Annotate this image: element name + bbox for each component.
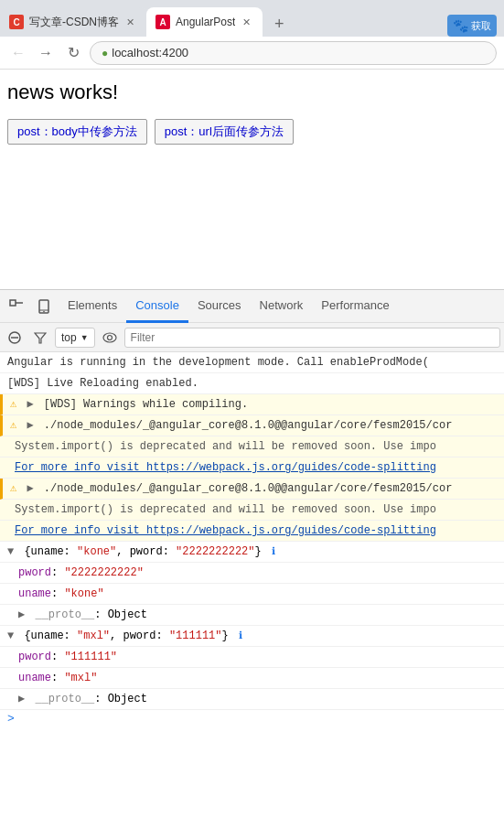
devtools-panel: Elements Console Sources Network Perform… bbox=[0, 289, 504, 727]
warning-icon-2: ⚠ bbox=[10, 419, 16, 432]
obj1-uname-line: uname: "kone" bbox=[0, 584, 504, 605]
console-warn-link-2[interactable]: For more info visit https://webpack.js.o… bbox=[0, 521, 504, 542]
page-title: news works! bbox=[7, 81, 497, 104]
inspect-element-icon[interactable] bbox=[4, 294, 29, 319]
svg-rect-0 bbox=[10, 300, 16, 306]
eye-button[interactable] bbox=[99, 327, 121, 349]
svg-point-8 bbox=[103, 333, 116, 342]
console-line-2: [WDS] Live Reloading enabled. bbox=[0, 373, 504, 394]
expand-arrow-3[interactable]: ▶ bbox=[27, 482, 33, 495]
tab-angular-title: AngularPost bbox=[176, 16, 235, 28]
console-warn-link-1[interactable]: For more info visit https://webpack.js.o… bbox=[0, 457, 504, 479]
tab-elements[interactable]: Elements bbox=[59, 290, 126, 323]
console-output: Angular is running in the development mo… bbox=[0, 352, 504, 727]
clear-console-button[interactable] bbox=[4, 327, 26, 349]
obj2-summary-line: ▼ {uname: "mxl", pword: "111111"} ℹ bbox=[0, 626, 504, 647]
baidu-button[interactable]: 🐾 获取 bbox=[447, 15, 497, 37]
console-line-1: Angular is running in the development mo… bbox=[0, 352, 504, 373]
address-bar: ← → ↻ ● localhost:4200 bbox=[0, 37, 504, 70]
tab-network[interactable]: Network bbox=[251, 290, 313, 323]
lock-icon: ● bbox=[102, 47, 108, 59]
baidu-icon: 🐾 bbox=[453, 18, 468, 33]
warning-icon: ⚠ bbox=[10, 398, 16, 411]
expand-proto-1[interactable]: ▶ bbox=[18, 608, 25, 621]
post-body-button[interactable]: post：body中传参方法 bbox=[7, 119, 147, 145]
obj2-proto-line: ▶ __proto__: Object bbox=[0, 689, 504, 710]
collapse-arrow-2[interactable]: ▼ bbox=[7, 630, 14, 642]
tab-angular-close[interactable]: ✕ bbox=[239, 15, 253, 29]
device-toolbar-icon[interactable] bbox=[31, 294, 57, 319]
obj1-pword-line: pword: "2222222222" bbox=[0, 563, 504, 584]
console-toolbar: top ▼ bbox=[0, 323, 504, 352]
browser-chrome: C 写文章-CSDN博客 ✕ A AngularPost ✕ + 🐾 获取 ← … bbox=[0, 0, 504, 70]
warning-icon-3: ⚠ bbox=[10, 482, 16, 495]
info-icon-1: ℹ bbox=[272, 546, 275, 557]
context-value: top bbox=[61, 331, 77, 344]
console-input-line[interactable]: > bbox=[0, 710, 504, 727]
baidu-label: 获取 bbox=[471, 19, 491, 33]
filter-input[interactable] bbox=[124, 328, 500, 348]
tab-csdn-close[interactable]: ✕ bbox=[123, 15, 137, 29]
obj1-proto-line: ▶ __proto__: Object bbox=[0, 605, 504, 626]
expand-proto-2[interactable]: ▶ bbox=[18, 693, 25, 705]
tab-sources[interactable]: Sources bbox=[188, 290, 251, 323]
collapse-arrow-1[interactable]: ▼ bbox=[7, 545, 14, 558]
filter-icon[interactable] bbox=[29, 327, 51, 349]
back-button[interactable]: ← bbox=[7, 41, 29, 65]
tab-csdn[interactable]: C 写文章-CSDN博客 ✕ bbox=[0, 7, 146, 37]
expand-arrow-2[interactable]: ▶ bbox=[27, 419, 33, 432]
devtools-tab-bar: Elements Console Sources Network Perform… bbox=[0, 290, 504, 323]
console-warn-2: ⚠ ▶ ./node_modules/_@angular_core@8.1.0@… bbox=[0, 415, 504, 436]
expand-arrow-1[interactable]: ▶ bbox=[27, 398, 33, 411]
obj1-summary-line: ▼ {uname: "kone", pword: "2222222222"} ℹ bbox=[0, 542, 504, 563]
obj2-uname-line: uname: "mxl" bbox=[0, 668, 504, 689]
tab-console[interactable]: Console bbox=[126, 290, 188, 323]
obj2-pword-line: pword: "111111" bbox=[0, 647, 504, 668]
tab-angular[interactable]: A AngularPost ✕ bbox=[146, 7, 263, 37]
console-warn-detail-1: System.import() is deprecated and will b… bbox=[0, 436, 504, 457]
new-tab-button[interactable]: + bbox=[266, 11, 292, 37]
svg-point-4 bbox=[43, 310, 45, 312]
tab-csdn-title: 写文章-CSDN博客 bbox=[29, 15, 119, 30]
page-content: news works! post：body中传参方法 post：url后面传参方… bbox=[0, 70, 504, 289]
context-selector[interactable]: top ▼ bbox=[55, 328, 95, 348]
refresh-button[interactable]: ↻ bbox=[62, 40, 84, 65]
chevron-down-icon: ▼ bbox=[80, 333, 89, 342]
console-warn-1: ⚠ ▶ [WDS] Warnings while compiling. bbox=[0, 394, 504, 415]
post-url-button[interactable]: post：url后面传参方法 bbox=[155, 119, 294, 145]
tab-performance[interactable]: Performance bbox=[312, 290, 398, 323]
angular-favicon: A bbox=[155, 15, 170, 29]
csdn-favicon: C bbox=[9, 15, 24, 29]
button-group: post：body中传参方法 post：url后面传参方法 bbox=[7, 119, 497, 145]
console-prompt-icon: > bbox=[7, 712, 15, 726]
svg-point-9 bbox=[107, 335, 112, 339]
forward-button[interactable]: → bbox=[35, 41, 57, 65]
tab-bar: C 写文章-CSDN博客 ✕ A AngularPost ✕ + 🐾 获取 bbox=[0, 0, 504, 37]
console-warn-3: ⚠ ▶ ./node_modules/_@angular_core@8.1.0@… bbox=[0, 479, 504, 500]
info-icon-2: ℹ bbox=[239, 630, 242, 641]
svg-marker-7 bbox=[35, 333, 46, 343]
address-text: localhost:4200 bbox=[112, 46, 188, 59]
console-warn-detail-2: System.import() is deprecated and will b… bbox=[0, 500, 504, 521]
address-input[interactable]: ● localhost:4200 bbox=[90, 41, 497, 65]
browser-extra: 🐾 获取 bbox=[447, 15, 504, 37]
